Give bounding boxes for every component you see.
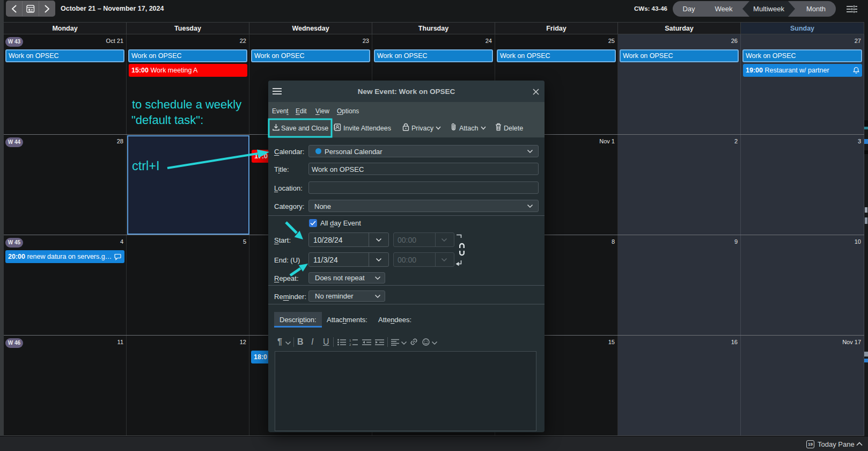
- svg-text:1: 1: [349, 339, 351, 342]
- svg-text:2: 2: [349, 343, 351, 346]
